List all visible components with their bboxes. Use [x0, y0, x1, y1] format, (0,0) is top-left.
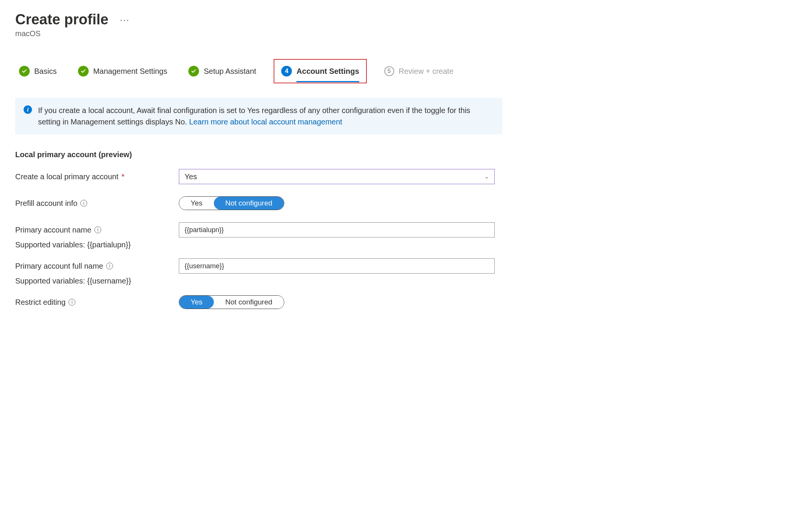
info-tooltip-icon[interactable]: i [68, 299, 75, 306]
chevron-down-icon: ⌄ [484, 174, 489, 180]
prefill-toggle: Yes Not configured [179, 196, 284, 210]
more-icon[interactable]: ··· [120, 14, 130, 25]
stepper: Basics Management Settings Setup Assista… [15, 59, 794, 83]
prefill-label: Prefill account info [15, 199, 77, 208]
step-label: Basics [34, 67, 57, 76]
account-name-hint: Supported variables: {{partialupn}} [15, 241, 506, 249]
page-subtitle: macOS [15, 29, 794, 38]
step-basics[interactable]: Basics [15, 64, 61, 79]
info-box: i If you create a local account, Await f… [15, 98, 502, 134]
page-title: Create profile [15, 11, 108, 28]
step-setup[interactable]: Setup Assistant [185, 64, 260, 79]
info-text: If you create a local account, Await fin… [38, 105, 494, 127]
create-local-select[interactable]: Yes ⌄ [179, 169, 495, 184]
required-icon: * [121, 172, 124, 181]
info-icon: i [24, 105, 32, 114]
restrict-toggle: Yes Not configured [179, 295, 284, 309]
create-local-label: Create a local primary account [15, 172, 118, 181]
info-tooltip-icon[interactable]: i [80, 200, 87, 207]
step-label: Account Settings [296, 67, 359, 82]
full-name-input[interactable] [179, 258, 495, 274]
step-review[interactable]: 5 Review + create [381, 64, 457, 78]
restrict-notconfigured[interactable]: Not configured [214, 296, 284, 309]
info-link[interactable]: Learn more about local account managemen… [189, 118, 342, 126]
prefill-yes[interactable]: Yes [179, 197, 214, 210]
info-tooltip-icon[interactable]: i [94, 226, 101, 233]
prefill-notconfigured[interactable]: Not configured [214, 197, 284, 210]
create-local-value: Yes [185, 172, 197, 181]
step-management[interactable]: Management Settings [74, 64, 171, 79]
check-icon [78, 66, 89, 76]
step-account[interactable]: 4 Account Settings [274, 59, 366, 83]
check-icon [188, 66, 199, 76]
check-icon [19, 66, 30, 76]
account-name-label: Primary account name [15, 226, 91, 234]
step-label: Management Settings [93, 67, 167, 76]
restrict-yes[interactable]: Yes [179, 296, 214, 309]
step-number-icon: 5 [384, 66, 394, 76]
account-name-input[interactable] [179, 222, 495, 237]
full-name-hint: Supported variables: {{username}} [15, 277, 506, 285]
step-label: Review + create [399, 67, 454, 76]
restrict-label: Restrict editing [15, 298, 65, 307]
step-label: Setup Assistant [204, 67, 256, 76]
step-number-icon: 4 [281, 66, 292, 76]
section-title: Local primary account (preview) [15, 150, 794, 159]
info-tooltip-icon[interactable]: i [106, 263, 113, 269]
full-name-label: Primary account full name [15, 262, 103, 271]
